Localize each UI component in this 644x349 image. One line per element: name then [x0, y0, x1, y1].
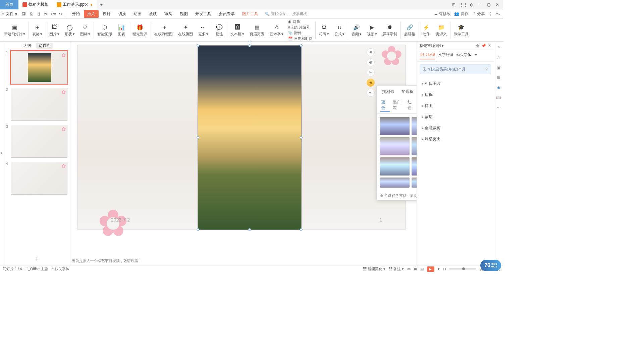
rail-clip-icon[interactable]: ▣ — [496, 64, 502, 70]
resize-handle[interactable] — [248, 44, 251, 47]
notes-button[interactable]: ☷ 备注 ▾ — [389, 266, 404, 271]
apps-icon[interactable]: ⋮⋮ — [460, 2, 466, 7]
view-normal-icon[interactable]: ▭ — [407, 267, 411, 271]
ribbon-audio[interactable]: 🔊音频 ▾ — [349, 23, 364, 37]
rp-item-border[interactable]: 边框 — [417, 89, 494, 100]
share-button[interactable]: ↗ 分享 — [472, 11, 485, 17]
resize-handle[interactable] — [197, 136, 199, 139]
slide-thumb-4[interactable]: ✿ — [11, 162, 67, 195]
rp-item-collage[interactable]: 拼图 — [417, 100, 494, 111]
ribbon-symbol[interactable]: Ω符号 ▾ — [316, 23, 332, 37]
mask-option[interactable] — [412, 157, 417, 176]
zoom-slider[interactable] — [449, 268, 476, 269]
mask-option[interactable] — [380, 117, 410, 135]
slides-tab[interactable]: 幻灯片 — [36, 43, 53, 49]
ribbon-comment[interactable]: 💬批注 — [213, 23, 226, 37]
rp-item-mask[interactable]: 蒙层 — [417, 111, 494, 122]
theme-name[interactable]: 1_Office 主题 — [26, 266, 48, 271]
ribbon-screenrec[interactable]: ⏺屏幕录制 — [380, 23, 400, 37]
rotate-handle[interactable] — [248, 42, 252, 42]
tab-add[interactable]: + — [97, 2, 106, 7]
preview-icon[interactable]: 👁 — [43, 12, 49, 16]
undo-icon[interactable]: ↶▾ — [51, 12, 56, 16]
beautify-button[interactable]: ☷ 智能美化 ▾ — [363, 266, 385, 271]
close-panel-icon[interactable]: ✕ — [488, 44, 491, 48]
slide-thumb-3[interactable]: ✿ — [11, 125, 67, 158]
mask-option[interactable] — [412, 117, 417, 135]
tab-start[interactable]: 开始 — [68, 10, 83, 18]
rail-gear-icon[interactable]: ◈ — [496, 85, 502, 91]
slideshow-button[interactable]: ▶ — [427, 266, 434, 272]
rp-menu-icon[interactable]: ≡ — [475, 52, 477, 59]
tab-devtools[interactable]: 开发工具 — [192, 10, 215, 18]
ribbon-resources[interactable]: 📁资源夹 — [433, 23, 449, 37]
rail-book-icon[interactable]: 📖 — [496, 95, 502, 101]
tab-picture-tools[interactable]: 图片工具 — [239, 10, 262, 18]
rp-item-crop[interactable]: 创意裁剪 — [417, 122, 494, 134]
mask-option[interactable] — [412, 178, 417, 188]
add-slide-button[interactable]: ＋ — [3, 252, 70, 265]
rp-tab-fonts[interactable]: 缺失字体 — [457, 52, 471, 59]
resize-handle[interactable] — [300, 136, 303, 139]
ribbon-headerfooter[interactable]: ▤页眉页脚 — [247, 23, 267, 37]
file-menu[interactable]: ≡ 文件 ▾ — [0, 11, 19, 17]
ribbon-flowchart[interactable]: ⇢在线流程图 — [152, 23, 175, 37]
ribbon-icon[interactable]: ☺图标 ▾ — [77, 23, 93, 37]
ribbon-attach[interactable]: 📎 附件 — [288, 31, 313, 36]
tab-transition[interactable]: 切换 — [115, 10, 129, 18]
rp-item-highlight[interactable]: 局部突出 — [417, 134, 494, 145]
selected-image[interactable] — [198, 45, 302, 230]
rail-ai-icon[interactable]: ✧ — [496, 44, 502, 50]
outline-tab[interactable]: 大纲 — [21, 43, 34, 49]
view-read-icon[interactable]: ▤ — [420, 267, 424, 271]
unsaved-badge[interactable]: ☁ 有修改 — [434, 11, 451, 17]
resize-handle[interactable] — [248, 228, 251, 231]
rail-more-icon[interactable]: ⋯ — [496, 105, 502, 111]
ribbon-action[interactable]: ⚡动作 — [420, 23, 433, 37]
view-sorter-icon[interactable]: ⊞ — [414, 267, 417, 271]
crop-icon[interactable]: ✂ — [367, 68, 375, 77]
ribbon-video[interactable]: ▶视频 ▾ — [364, 23, 380, 37]
ribbon-shape[interactable]: ◯形状 ▾ — [62, 23, 77, 37]
tab-home[interactable]: 首页 — [0, 0, 18, 9]
slide-thumb-2[interactable]: ✿ — [11, 88, 67, 121]
ribbon-datetime[interactable]: 📅 日期和时间 — [288, 36, 313, 41]
collab-button[interactable]: 👥 协作 — [454, 11, 468, 17]
more-icon[interactable]: ⋯ — [367, 89, 375, 97]
collapse-thumb-bar[interactable]: ‹‹ — [0, 42, 3, 265]
ribbon-equation[interactable]: π公式 ▾ — [332, 23, 347, 37]
slide-thumb-1[interactable]: ✿ — [11, 51, 67, 84]
canvas[interactable]: ✿ ✿ 2023-7-2 1 ≡ ⊕ ✂ ★ ⋯ 找相似 加边框 加蒙层 创意裁… — [70, 42, 417, 265]
member-banner[interactable]: ⓘ 稻壳会员买1年送1个月✕ — [420, 64, 491, 74]
command-search[interactable]: 🔍 查找命令、搜索模板 — [265, 11, 307, 16]
color-blue[interactable]: 蓝色 — [380, 99, 390, 112]
popup-tab-similar[interactable]: 找相似 — [380, 88, 396, 95]
resize-handle[interactable] — [197, 228, 199, 231]
tab-member[interactable]: 会员专享 — [215, 10, 238, 18]
tab-review[interactable]: 审阅 — [161, 10, 176, 18]
saveas-icon[interactable]: ⎘ — [29, 12, 34, 16]
ribbon-picture[interactable]: 🖼图片 ▾ — [47, 23, 62, 37]
mask-option[interactable] — [380, 157, 410, 176]
resize-handle[interactable] — [197, 44, 199, 47]
mask-option[interactable] — [380, 137, 410, 155]
grid-icon[interactable]: ⊞ — [451, 2, 457, 7]
tab-templates[interactable]: 找稻壳模板 — [18, 0, 53, 9]
pin-icon[interactable]: 📌 — [481, 44, 486, 48]
tab-animation[interactable]: 动画 — [130, 10, 145, 18]
rp-tab-image[interactable]: 图片处理 — [420, 52, 435, 59]
ribbon-new-slide[interactable]: ▣新建幻灯片 ▾ — [1, 23, 28, 37]
avatar-icon[interactable]: ◐ — [468, 2, 474, 7]
tab-slideshow[interactable]: 放映 — [146, 10, 160, 18]
color-bw[interactable]: 黑白灰 — [391, 99, 405, 112]
ribbon-smartart[interactable]: ⬡智能图形 — [95, 23, 115, 37]
save-icon[interactable]: 🖫 — [21, 12, 26, 16]
ribbon-object[interactable]: ◉ 对象 — [288, 19, 313, 24]
resize-handle[interactable] — [300, 228, 303, 231]
mask-option[interactable] — [380, 178, 410, 188]
layers-icon[interactable]: ≡ — [367, 48, 375, 56]
maximize-icon[interactable]: ▢ — [486, 2, 492, 7]
zoom-icon[interactable]: ⊕ — [367, 58, 375, 66]
rp-item-similar[interactable]: 相似图片 — [417, 78, 494, 89]
minimize-icon[interactable]: — — [477, 2, 483, 7]
